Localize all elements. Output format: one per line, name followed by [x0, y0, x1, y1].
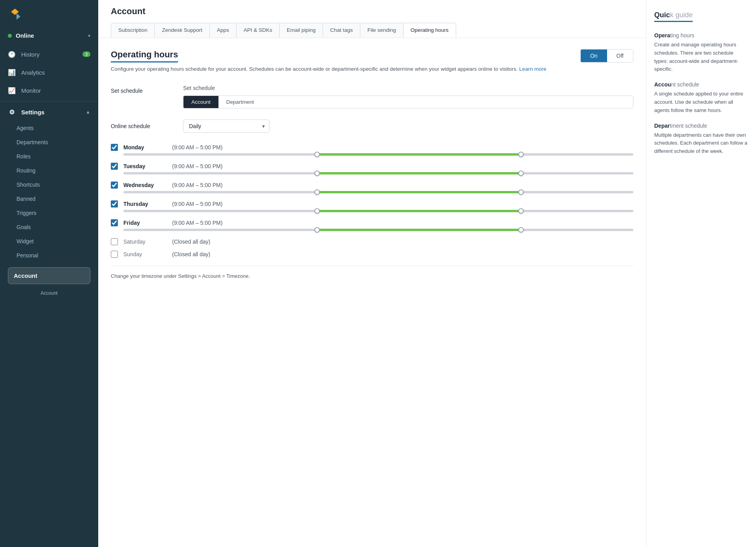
checkbox-saturday[interactable]	[111, 238, 118, 245]
history-label: History	[21, 51, 40, 58]
status-selector[interactable]: Online ▾	[0, 28, 98, 45]
logo-area	[0, 0, 98, 28]
set-schedule-row: Set schedule Set schedule Account Depart…	[111, 84, 633, 108]
tab-operating-hours[interactable]: Operating hours	[403, 23, 456, 38]
checkbox-monday[interactable]	[111, 144, 118, 151]
slider-thumb-start-friday[interactable]	[314, 227, 320, 233]
days-list: Monday(9:00 AM – 5:00 PM)Tuesday(9:00 AM…	[111, 144, 633, 258]
svg-marker-1	[17, 13, 20, 20]
sidebar-item-goals[interactable]: Goals	[0, 220, 98, 234]
svg-marker-0	[11, 9, 19, 15]
checkbox-sunday[interactable]	[111, 251, 118, 258]
sidebar-item-triggers[interactable]: Triggers	[0, 206, 98, 220]
tabs: Subscription Zendesk Support Apps API & …	[111, 23, 633, 38]
quick-section-department: Department schedule Multiple departments…	[654, 123, 748, 156]
tab-apps[interactable]: Apps	[209, 23, 237, 38]
monitor-label: Monitor	[21, 87, 41, 94]
slider-thumb-start-monday[interactable]	[314, 152, 320, 157]
operating-hours-section-header: Operating hours On Off	[111, 49, 633, 62]
settings-label: Settings	[21, 109, 44, 116]
slider-track-wednesday	[123, 191, 633, 193]
online-schedule-select[interactable]: Daily Weekly Custom	[183, 119, 270, 133]
checkbox-wednesday[interactable]	[111, 182, 118, 189]
quick-guide-title: Quick guide	[654, 11, 748, 24]
operating-hours-title: Operating hours	[111, 50, 178, 62]
sidebar-item-history[interactable]: 🕐 History 3	[0, 45, 98, 63]
history-icon: 🕐	[8, 50, 16, 58]
day-name-tuesday: Tuesday	[123, 163, 167, 169]
day-item-wednesday: Wednesday(9:00 AM – 5:00 PM)	[111, 182, 633, 195]
slider-track-friday	[123, 229, 633, 231]
online-dot	[8, 34, 12, 38]
slider-thumb-end-wednesday[interactable]	[518, 189, 524, 195]
slider-thumb-start-tuesday[interactable]	[314, 171, 320, 176]
tab-chat-tags[interactable]: Chat tags	[323, 23, 360, 38]
tab-file-sending[interactable]: File sending	[360, 23, 404, 38]
tab-api-sdks[interactable]: API & SDKs	[236, 23, 280, 38]
slider-thumb-end-thursday[interactable]	[518, 208, 524, 214]
checkbox-thursday[interactable]	[111, 200, 118, 207]
set-schedule-label: Set schedule	[111, 84, 174, 94]
sidebar-item-analytics[interactable]: 📊 Analytics	[0, 63, 98, 81]
sidebar-item-roles[interactable]: Roles	[0, 149, 98, 163]
page-title: Account	[111, 6, 633, 17]
sidebar-item-monitor[interactable]: 📈 Monitor	[0, 81, 98, 99]
day-hours-thursday: (9:00 AM – 5:00 PM)	[172, 201, 222, 207]
settings-section-header[interactable]: ⚙ Settings ▲	[0, 103, 98, 121]
slider-fill-tuesday	[317, 172, 521, 174]
settings-chevron-icon: ▲	[86, 109, 90, 115]
sidebar-item-routing[interactable]: Routing	[0, 163, 98, 178]
right-panel: Quick guide Operating hours Create and m…	[646, 0, 756, 547]
day-name-friday: Friday	[123, 220, 167, 226]
settings-icon: ⚙	[8, 108, 16, 116]
content-area: Operating hours On Off Configure your op…	[98, 38, 646, 547]
slider-fill-wednesday	[317, 191, 521, 193]
day-item-sunday: Sunday(Closed all day)	[111, 251, 633, 258]
day-row-sunday: Sunday(Closed all day)	[111, 251, 633, 258]
day-hours-friday: (9:00 AM – 5:00 PM)	[172, 220, 222, 226]
status-left: Online	[8, 32, 34, 39]
sidebar-divider-1	[0, 101, 98, 101]
toggle-on-button[interactable]: On	[581, 50, 607, 62]
day-row-tuesday: Tuesday(9:00 AM – 5:00 PM)	[111, 163, 633, 170]
tab-zendesk-support[interactable]: Zendesk Support	[154, 23, 210, 38]
toggle-off-button[interactable]: Off	[607, 50, 633, 62]
day-row-thursday: Thursday(9:00 AM – 5:00 PM)	[111, 200, 633, 207]
slider-thumb-start-thursday[interactable]	[314, 208, 320, 214]
day-item-monday: Monday(9:00 AM – 5:00 PM)	[111, 144, 633, 157]
sidebar-item-banned[interactable]: Banned	[0, 192, 98, 206]
sidebar-item-personal[interactable]: Personal	[0, 248, 98, 262]
slider-thumb-end-monday[interactable]	[518, 152, 524, 157]
checkbox-friday[interactable]	[111, 219, 118, 226]
slider-thumb-end-tuesday[interactable]	[518, 171, 524, 176]
sidebar-item-agents[interactable]: Agents	[0, 121, 98, 135]
slider-tuesday[interactable]	[123, 172, 633, 176]
tab-email-piping[interactable]: Email piping	[279, 23, 323, 38]
day-hours-tuesday: (9:00 AM – 5:00 PM)	[172, 163, 222, 169]
slider-thursday[interactable]	[123, 210, 633, 214]
slider-track-thursday	[123, 210, 633, 212]
schedule-account-button[interactable]: Account	[183, 96, 218, 108]
learn-more-link[interactable]: Learn more	[519, 66, 546, 72]
day-row-friday: Friday(9:00 AM – 5:00 PM)	[111, 219, 633, 226]
slider-wednesday[interactable]	[123, 191, 633, 195]
status-chevron-icon: ▾	[88, 33, 90, 39]
tab-subscription[interactable]: Subscription	[111, 23, 155, 38]
sidebar-item-widget[interactable]: Widget	[0, 234, 98, 248]
slider-fill-thursday	[317, 210, 521, 212]
online-schedule-row: Online schedule Daily Weekly Custom	[111, 119, 633, 133]
day-row-wednesday: Wednesday(9:00 AM – 5:00 PM)	[111, 182, 633, 189]
sidebar-item-account[interactable]: Account	[8, 267, 90, 284]
slider-thumb-end-friday[interactable]	[518, 227, 524, 233]
day-hours-wednesday: (9:00 AM – 5:00 PM)	[172, 182, 222, 188]
schedule-department-button[interactable]: Department	[218, 96, 262, 108]
slider-friday[interactable]	[123, 229, 633, 233]
checkbox-tuesday[interactable]	[111, 163, 118, 170]
slider-monday[interactable]	[123, 153, 633, 157]
analytics-icon: 📊	[8, 68, 16, 76]
sidebar-item-departments[interactable]: Departments	[0, 135, 98, 149]
slider-thumb-start-wednesday[interactable]	[314, 189, 320, 195]
sidebar-item-shortcuts[interactable]: Shortcuts	[0, 178, 98, 192]
slider-fill-monday	[317, 153, 521, 156]
quick-section-account: Account schedule A single schedule appli…	[654, 81, 748, 114]
